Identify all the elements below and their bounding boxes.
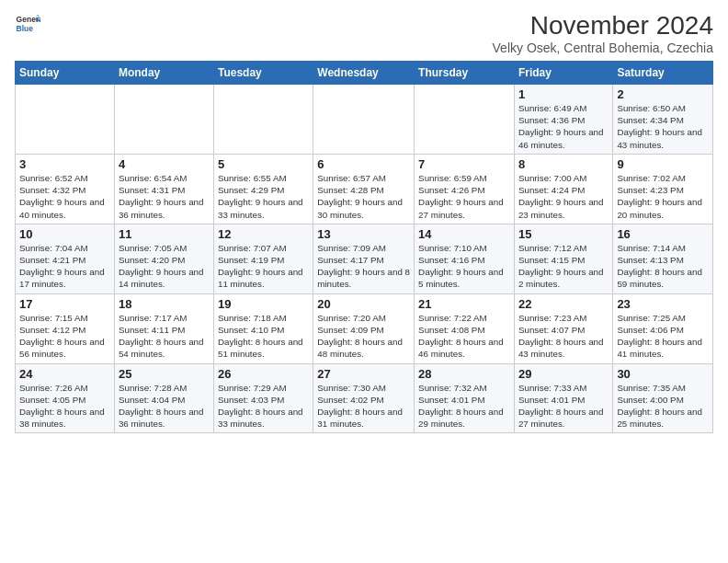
day-info: Sunrise: 6:55 AM Sunset: 4:29 PM Dayligh…: [218, 172, 309, 221]
table-row: 7Sunrise: 6:59 AM Sunset: 4:26 PM Daylig…: [415, 154, 515, 224]
day-number: 14: [418, 227, 510, 241]
day-number: 9: [617, 157, 709, 171]
day-info: Sunrise: 7:17 AM Sunset: 4:11 PM Dayligh…: [119, 312, 210, 361]
table-row: 5Sunrise: 6:55 AM Sunset: 4:29 PM Daylig…: [213, 154, 313, 224]
day-number: 15: [518, 227, 609, 241]
day-info: Sunrise: 7:29 AM Sunset: 4:03 PM Dayligh…: [218, 382, 309, 431]
calendar-week-row: 10Sunrise: 7:04 AM Sunset: 4:21 PM Dayli…: [16, 224, 713, 293]
day-number: 6: [317, 157, 410, 171]
day-number: 21: [418, 297, 510, 311]
day-info: Sunrise: 6:54 AM Sunset: 4:31 PM Dayligh…: [119, 172, 210, 221]
day-info: Sunrise: 7:33 AM Sunset: 4:01 PM Dayligh…: [518, 382, 609, 431]
day-info: Sunrise: 7:02 AM Sunset: 4:23 PM Dayligh…: [617, 172, 709, 221]
day-number: 7: [418, 157, 510, 171]
table-row: 14Sunrise: 7:10 AM Sunset: 4:16 PM Dayli…: [415, 224, 515, 293]
day-number: 25: [119, 367, 210, 381]
day-info: Sunrise: 7:00 AM Sunset: 4:24 PM Dayligh…: [518, 172, 609, 221]
day-info: Sunrise: 7:26 AM Sunset: 4:05 PM Dayligh…: [19, 382, 110, 431]
table-row: 6Sunrise: 6:57 AM Sunset: 4:28 PM Daylig…: [313, 154, 415, 224]
table-row: 13Sunrise: 7:09 AM Sunset: 4:17 PM Dayli…: [313, 224, 415, 293]
day-info: Sunrise: 7:14 AM Sunset: 4:13 PM Dayligh…: [617, 242, 709, 291]
day-info: Sunrise: 7:22 AM Sunset: 4:08 PM Dayligh…: [418, 312, 510, 361]
day-info: Sunrise: 7:18 AM Sunset: 4:10 PM Dayligh…: [218, 312, 309, 361]
page-container: General Blue November 2024 Velky Osek, C…: [0, 0, 728, 441]
header-thursday: Thursday: [415, 62, 515, 85]
calendar-week-row: 3Sunrise: 6:52 AM Sunset: 4:32 PM Daylig…: [16, 154, 713, 224]
header-sunday: Sunday: [16, 62, 115, 85]
day-number: 4: [119, 157, 210, 171]
day-info: Sunrise: 7:25 AM Sunset: 4:06 PM Dayligh…: [617, 312, 709, 361]
table-row: 1Sunrise: 6:49 AM Sunset: 4:36 PM Daylig…: [514, 85, 612, 155]
day-info: Sunrise: 7:05 AM Sunset: 4:20 PM Dayligh…: [119, 242, 210, 291]
header-saturday: Saturday: [613, 62, 713, 85]
table-row: [415, 85, 515, 155]
day-number: 10: [19, 227, 110, 241]
table-row: 17Sunrise: 7:15 AM Sunset: 4:12 PM Dayli…: [16, 293, 115, 363]
table-row: 27Sunrise: 7:30 AM Sunset: 4:02 PM Dayli…: [313, 363, 415, 433]
day-number: 24: [19, 367, 110, 381]
day-info: Sunrise: 7:15 AM Sunset: 4:12 PM Dayligh…: [19, 312, 110, 361]
header-friday: Friday: [514, 62, 612, 85]
day-info: Sunrise: 6:52 AM Sunset: 4:32 PM Dayligh…: [19, 172, 110, 221]
day-number: 18: [119, 297, 210, 311]
table-row: 10Sunrise: 7:04 AM Sunset: 4:21 PM Dayli…: [16, 224, 115, 293]
day-number: 2: [617, 87, 709, 101]
table-row: [114, 85, 213, 155]
table-row: 8Sunrise: 7:00 AM Sunset: 4:24 PM Daylig…: [514, 154, 612, 224]
day-number: 13: [317, 227, 410, 241]
table-row: 11Sunrise: 7:05 AM Sunset: 4:20 PM Dayli…: [114, 224, 213, 293]
table-row: 19Sunrise: 7:18 AM Sunset: 4:10 PM Dayli…: [213, 293, 313, 363]
day-number: 3: [19, 157, 110, 171]
table-row: 4Sunrise: 6:54 AM Sunset: 4:31 PM Daylig…: [114, 154, 213, 224]
calendar-table: Sunday Monday Tuesday Wednesday Thursday…: [15, 61, 713, 433]
day-info: Sunrise: 6:57 AM Sunset: 4:28 PM Dayligh…: [317, 172, 410, 221]
day-number: 5: [218, 157, 309, 171]
logo: General Blue: [15, 11, 40, 37]
table-row: 22Sunrise: 7:23 AM Sunset: 4:07 PM Dayli…: [514, 293, 612, 363]
day-info: Sunrise: 7:28 AM Sunset: 4:04 PM Dayligh…: [119, 382, 210, 431]
table-row: 12Sunrise: 7:07 AM Sunset: 4:19 PM Dayli…: [213, 224, 313, 293]
day-info: Sunrise: 7:12 AM Sunset: 4:15 PM Dayligh…: [518, 242, 609, 291]
day-number: 1: [518, 87, 609, 101]
table-row: 25Sunrise: 7:28 AM Sunset: 4:04 PM Dayli…: [114, 363, 213, 433]
table-row: 2Sunrise: 6:50 AM Sunset: 4:34 PM Daylig…: [613, 85, 713, 155]
day-number: 30: [617, 367, 709, 381]
calendar-week-row: 24Sunrise: 7:26 AM Sunset: 4:05 PM Dayli…: [16, 363, 713, 433]
logo-icon: General Blue: [15, 11, 40, 37]
day-info: Sunrise: 7:23 AM Sunset: 4:07 PM Dayligh…: [518, 312, 609, 361]
day-info: Sunrise: 6:49 AM Sunset: 4:36 PM Dayligh…: [518, 102, 609, 151]
table-row: [213, 85, 313, 155]
day-info: Sunrise: 7:09 AM Sunset: 4:17 PM Dayligh…: [317, 242, 410, 291]
table-row: [16, 85, 115, 155]
day-info: Sunrise: 6:59 AM Sunset: 4:26 PM Dayligh…: [418, 172, 510, 221]
table-row: 21Sunrise: 7:22 AM Sunset: 4:08 PM Dayli…: [415, 293, 515, 363]
day-info: Sunrise: 7:35 AM Sunset: 4:00 PM Dayligh…: [617, 382, 709, 431]
day-info: Sunrise: 7:07 AM Sunset: 4:19 PM Dayligh…: [218, 242, 309, 291]
calendar-week-row: 17Sunrise: 7:15 AM Sunset: 4:12 PM Dayli…: [16, 293, 713, 363]
table-row: 23Sunrise: 7:25 AM Sunset: 4:06 PM Dayli…: [613, 293, 713, 363]
table-row: 28Sunrise: 7:32 AM Sunset: 4:01 PM Dayli…: [415, 363, 515, 433]
header-tuesday: Tuesday: [213, 62, 313, 85]
day-number: 22: [518, 297, 609, 311]
table-row: 30Sunrise: 7:35 AM Sunset: 4:00 PM Dayli…: [613, 363, 713, 433]
svg-text:Blue: Blue: [17, 24, 34, 33]
header: General Blue November 2024 Velky Osek, C…: [15, 11, 713, 55]
day-number: 20: [317, 297, 410, 311]
calendar-header-row: Sunday Monday Tuesday Wednesday Thursday…: [16, 62, 713, 85]
day-number: 16: [617, 227, 709, 241]
day-number: 11: [119, 227, 210, 241]
day-info: Sunrise: 7:10 AM Sunset: 4:16 PM Dayligh…: [418, 242, 510, 291]
table-row: 3Sunrise: 6:52 AM Sunset: 4:32 PM Daylig…: [16, 154, 115, 224]
day-number: 19: [218, 297, 309, 311]
calendar-body: 1Sunrise: 6:49 AM Sunset: 4:36 PM Daylig…: [16, 85, 713, 433]
title-block: November 2024 Velky Osek, Central Bohemi…: [493, 11, 713, 55]
day-number: 29: [518, 367, 609, 381]
day-info: Sunrise: 7:04 AM Sunset: 4:21 PM Dayligh…: [19, 242, 110, 291]
table-row: 20Sunrise: 7:20 AM Sunset: 4:09 PM Dayli…: [313, 293, 415, 363]
table-row: 9Sunrise: 7:02 AM Sunset: 4:23 PM Daylig…: [613, 154, 713, 224]
day-info: Sunrise: 7:20 AM Sunset: 4:09 PM Dayligh…: [317, 312, 410, 361]
header-monday: Monday: [114, 62, 213, 85]
table-row: [313, 85, 415, 155]
day-number: 8: [518, 157, 609, 171]
table-row: 26Sunrise: 7:29 AM Sunset: 4:03 PM Dayli…: [213, 363, 313, 433]
